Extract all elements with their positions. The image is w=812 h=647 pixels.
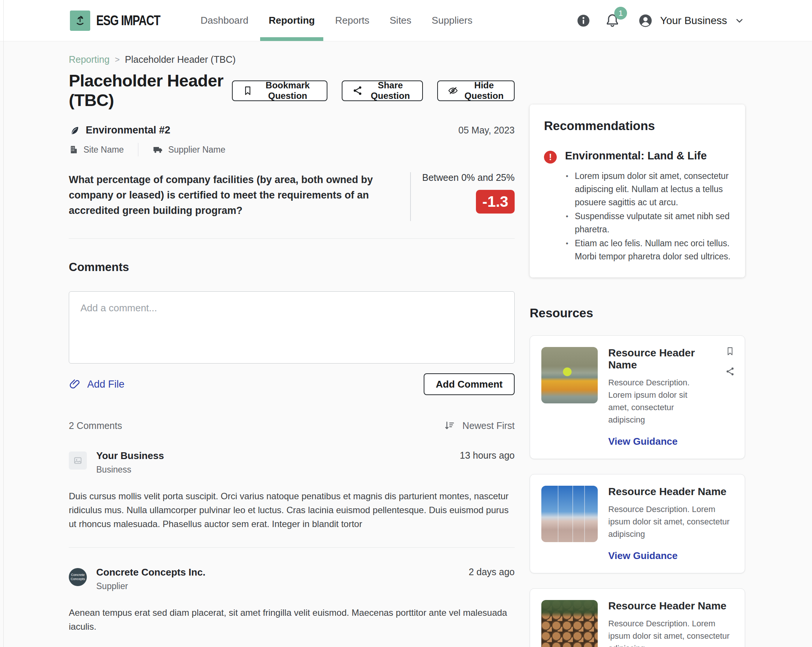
stacked-logs-photo	[541, 600, 598, 647]
eye-off-icon	[448, 85, 458, 96]
resource-description: Resource Description. Lorem ipsum dolor …	[608, 376, 710, 426]
account-label: Your Business	[660, 15, 727, 27]
resource-title: Resource Header Name	[608, 347, 710, 371]
wind-turbines-photo	[541, 486, 598, 542]
comment-divider	[69, 547, 514, 548]
recommendation-bullet: Suspendisse vulputate sit amet nibh sed …	[565, 210, 731, 236]
breadcrumb-reporting-link[interactable]: Reporting	[69, 54, 109, 65]
breadcrumb: Reporting > Placeholder Header (TBC)	[69, 54, 514, 65]
account-icon	[638, 13, 653, 29]
comment-timestamp: 2 days ago	[469, 566, 514, 577]
sort-label: Newest First	[462, 420, 514, 431]
alert-icon: !	[544, 151, 557, 163]
comment-timestamp: 13 hours ago	[460, 450, 514, 461]
question-category-label: Environmental #2	[86, 124, 170, 136]
answer-range-label: Between 0% and 25%	[422, 172, 514, 183]
avatar: Concrete Concepts	[69, 568, 87, 586]
comment-body: Duis cursus mollis velit porta suscipit.…	[69, 489, 514, 531]
resource-card: Resource Header Name Resource Descriptio…	[530, 588, 745, 647]
nav-item-sites[interactable]: Sites	[380, 0, 422, 41]
comment-author-role: Supplier	[96, 581, 205, 591]
nav-item-suppliers[interactable]: Suppliers	[421, 0, 482, 41]
bell-icon[interactable]: 1	[604, 13, 620, 29]
view-guidance-link[interactable]: View Guidance	[608, 550, 678, 562]
question-date: 05 May, 2023	[458, 125, 514, 136]
bookmark-icon	[243, 85, 253, 96]
right-sidebar: Recommendations ! Environmental: Land & …	[530, 51, 745, 647]
recommendation-bullet: Etiam ac leo felis. Nullam nec orci tell…	[565, 237, 731, 263]
comments-heading: Comments	[69, 261, 514, 274]
comment-author-role: Business	[96, 465, 164, 475]
nav-item-dashboard[interactable]: Dashboard	[191, 0, 259, 41]
supplier-tag: Supplier Name	[138, 143, 225, 156]
paperclip-icon	[69, 378, 81, 390]
question-text: What percentage of company facilities (b…	[69, 172, 409, 221]
question-actions: Bookmark Question Share Question	[232, 81, 514, 101]
sprout-hand-icon	[70, 11, 90, 31]
recommendation-category: Environmental: Land & Life	[565, 150, 731, 162]
comment-author: Concrete Concepts Inc.	[96, 566, 205, 578]
share-icon	[352, 85, 363, 96]
image-placeholder-icon	[73, 456, 83, 465]
brand-name: ESG IMPACT	[96, 13, 160, 29]
account-menu[interactable]: Your Business	[638, 13, 745, 29]
comment-author: Your Business	[96, 450, 164, 462]
brand-logo[interactable]: ESG IMPACT	[70, 0, 176, 41]
resource-card: Resource Header Name Resource Descriptio…	[530, 335, 745, 459]
recommendation-bullets: Lorem ipsum dolor sit amet, consectetur …	[565, 169, 731, 263]
score-badge: -1.3	[476, 190, 514, 214]
leaf-icon	[69, 125, 80, 136]
bookmark-icon[interactable]	[725, 346, 735, 356]
share-icon[interactable]	[725, 366, 735, 376]
top-navbar: ESG IMPACT Dashboard Reporting Reports S…	[0, 0, 812, 41]
comment-item: Concrete Concepts Concrete Concepts Inc.…	[69, 566, 514, 647]
breadcrumb-separator: >	[114, 55, 119, 65]
info-icon[interactable]	[576, 13, 591, 28]
bookmark-question-button[interactable]: Bookmark Question	[232, 81, 327, 101]
resource-card: Resource Header Name Resource Descriptio…	[530, 474, 745, 573]
truck-icon	[153, 144, 163, 155]
chevron-down-icon	[734, 15, 745, 26]
hide-question-button[interactable]: Hide Question	[437, 81, 514, 101]
resource-description: Resource Description. Lorem ipsum dolor …	[608, 617, 733, 647]
share-question-button[interactable]: Share Question	[342, 81, 423, 101]
avatar	[69, 452, 87, 470]
question-category: Environmental #2	[69, 124, 170, 136]
site-tag: Site Name	[69, 145, 124, 155]
building-icon	[69, 145, 79, 154]
resource-title: Resource Header Name	[608, 486, 733, 498]
recommendation-item: ! Environmental: Land & Life Lorem ipsum…	[544, 150, 731, 263]
question-detail-main: Reporting > Placeholder Header (TBC) Pla…	[69, 51, 514, 647]
window-left-border	[3, 0, 4, 647]
recommendations-card: Recommendations ! Environmental: Land & …	[530, 105, 745, 278]
resource-title: Resource Header Name	[608, 600, 733, 612]
supplier-name-label: Supplier Name	[168, 145, 225, 155]
add-comment-button[interactable]: Add Comment	[424, 373, 514, 395]
comment-sort-control[interactable]: Newest First	[444, 420, 514, 431]
view-guidance-link[interactable]: View Guidance	[608, 436, 678, 447]
recommendation-bullet: Lorem ipsum dolor sit amet, consectetur …	[565, 169, 731, 209]
main-nav: Dashboard Reporting Reports Sites Suppli…	[191, 0, 483, 41]
sort-descending-icon	[444, 420, 455, 431]
nav-item-reporting[interactable]: Reporting	[259, 0, 325, 41]
page-title: Placeholder Header (TBC)	[69, 71, 232, 110]
comment-input[interactable]	[69, 291, 514, 363]
site-name-label: Site Name	[84, 145, 124, 155]
comment-body: Aenean tempus erat sed diam placerat, si…	[69, 606, 514, 633]
resource-description: Resource Description. Lorem ipsum dolor …	[608, 503, 733, 540]
breadcrumb-current: Placeholder Header (TBC)	[125, 54, 236, 65]
recommendations-heading: Recommendations	[544, 119, 731, 133]
question-answer-block: Between 0% and 25% -1.3	[410, 172, 514, 221]
notification-badge: 1	[614, 7, 627, 20]
comment-item: Your Business Business 13 hours ago Duis…	[69, 450, 514, 548]
nav-item-reports[interactable]: Reports	[325, 0, 379, 41]
resources-heading: Resources	[530, 306, 745, 320]
comment-count: 2 Comments	[69, 420, 122, 431]
section-divider	[69, 238, 514, 239]
rafting-photo	[541, 347, 598, 403]
add-file-button[interactable]: Add File	[69, 378, 124, 390]
active-tab-underline	[260, 37, 324, 41]
